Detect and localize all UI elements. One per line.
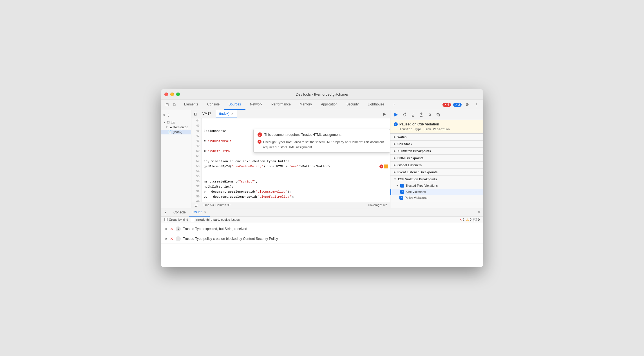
step-over-button[interactable] [401, 111, 408, 118]
issue-item-1[interactable]: ▶ ✕ Trusted Type policy creation blocked… [161, 234, 483, 244]
tree-item-tt-enforced[interactable]: ▼ ☁ tt-enforced [161, 125, 191, 130]
settings-icon[interactable]: ⚙ [464, 101, 471, 108]
minimize-button[interactable] [170, 93, 174, 96]
bottom-badges: ✕ 2 ⚠ 0 💬 0 [459, 218, 480, 222]
arrow-icon: ▶ [394, 143, 396, 145]
deactivate-breakpoints-button[interactable] [435, 111, 442, 118]
errors-badge[interactable]: ✕ 6 [442, 103, 451, 107]
group-by-kind-label[interactable]: Group by kind [164, 218, 188, 221]
section-csp-header[interactable]: ▼ CSP Violation Breakpoints [390, 176, 483, 182]
bottom-tab-issues[interactable]: Issues ✕ [189, 208, 210, 217]
code-line-53: getElementById('divCustomPolicy').innerH… [204, 164, 388, 169]
cloud-icon: ☁ [169, 125, 172, 129]
issues-list: ▶ ✕ 1 Trusted Type expected, but String … [161, 223, 483, 267]
section-xhr-header[interactable]: ▶ XHR/fetch Breakpoints [390, 148, 483, 154]
issue-error-icon: ✕ [170, 227, 173, 231]
tab-security[interactable]: Security [342, 100, 363, 110]
tooltip-error-icon: ✕ [258, 140, 261, 144]
tab-more[interactable]: » [389, 100, 400, 110]
issue-label-1: Trusted Type policy creation blocked by … [183, 237, 278, 241]
tree-arrow-icon: ▼ [163, 121, 166, 124]
code-line-55 [204, 174, 388, 179]
section-global: ▶ Global Listeners [390, 162, 483, 169]
section-dom-header[interactable]: ▶ DOM Breakpoints [390, 155, 483, 161]
tab-performance[interactable]: Performance [267, 100, 295, 110]
debugger-sections[interactable]: ▶ Watch ▶ Call Stack ▶ XHR/fetch Breakpo… [390, 134, 483, 208]
section-watch-header[interactable]: ▶ Watch [390, 134, 483, 140]
step-button[interactable] [426, 111, 433, 118]
arrow-icon: ▶ [394, 164, 396, 166]
more-options-icon[interactable]: ⋮ [473, 101, 480, 108]
section-csp: ▼ CSP Violation Breakpoints ▼ ✓ Trusted … [390, 176, 483, 201]
issue-count-badge: 1 [176, 226, 181, 231]
tab-application[interactable]: Application [316, 100, 342, 110]
status-bar: {} Line 53, Column 93 Coverage: n/a [191, 202, 390, 208]
code-line-57: ndChild(script); [204, 184, 388, 189]
sidebar-menu-icon[interactable]: ⋮ [167, 113, 170, 117]
format-source-icon[interactable]: ▶ [381, 111, 388, 117]
source-tabs: ◧ VM17 (index) ✕ ▶ [191, 110, 390, 118]
code-line-54 [204, 169, 388, 174]
close-panel-button[interactable]: ✕ [477, 210, 481, 215]
source-tab-vm17[interactable]: VM17 [199, 110, 214, 118]
section-global-header[interactable]: ▶ Global Listeners [390, 162, 483, 168]
tab-elements[interactable]: Elements [180, 100, 203, 110]
tooltip-error: ✕ Uncaught TypeError: Failed to set the … [258, 139, 386, 150]
devtools-tabbar-right: ✕ 6 ✕ 2 ⚙ ⋮ [439, 100, 483, 110]
section-event-listener-header[interactable]: ▶ Event Listener Breakpoints [390, 169, 483, 175]
info-icon: i [394, 122, 398, 126]
csp-trusted-type-header[interactable]: ▼ ✓ Trusted Type Violations [390, 182, 483, 189]
bottom-tab-right: ✕ [477, 210, 481, 215]
include-third-party-label[interactable]: Include third-party cookie issues [191, 218, 240, 221]
svg-marker-0 [395, 113, 398, 116]
csp-trusted-type-subsection: ▼ ✓ Trusted Type Violations ✓ Sink Viola… [390, 182, 483, 201]
include-third-party-checkbox[interactable] [191, 218, 194, 221]
step-into-button[interactable] [410, 111, 416, 118]
section-watch: ▶ Watch [390, 134, 483, 141]
close-issues-tab-icon[interactable]: ✕ [204, 211, 206, 214]
bottom-tab-menu-icon[interactable]: ⋮ [163, 210, 168, 215]
resume-button[interactable] [393, 111, 399, 118]
tab-lighthouse[interactable]: Lighthouse [363, 100, 389, 110]
tab-memory[interactable]: Memory [295, 100, 316, 110]
code-line-44 [204, 118, 388, 123]
errors-count: ✕ 2 [459, 218, 464, 222]
policy-violations-item[interactable]: ✓ Policy Violations [390, 195, 483, 201]
tab-console[interactable]: Console [203, 100, 224, 110]
window-title: DevTools - tt-enforced.glitch.me/ [296, 92, 348, 96]
code-line-56: ment.createElement("script"); [204, 179, 388, 184]
issue-item-0[interactable]: ▶ ✕ 1 Trusted Type expected, but String … [161, 224, 483, 234]
device-icon[interactable]: ⧉ [172, 102, 177, 107]
warnings-badge[interactable]: ✕ 2 [453, 103, 462, 107]
close-tab-icon[interactable]: ✕ [231, 112, 233, 115]
sink-violations-item[interactable]: ✓ Sink Violations [390, 189, 483, 195]
maximize-button[interactable] [176, 93, 180, 96]
devtools-tabbar: ⊡ ⧉ Elements Console Sources Network Per… [161, 100, 483, 110]
sidebar-more-icon[interactable]: » [163, 113, 165, 117]
tree-item-index[interactable]: 📄 (index) [161, 130, 191, 134]
tree-item-top[interactable]: ▼ ☐ top [161, 120, 191, 125]
code-line-58: y = document.getElementById("divCustomPo… [204, 189, 388, 194]
inspect-icon[interactable]: ⊡ [164, 102, 170, 107]
tab-sources[interactable]: Sources [224, 100, 245, 110]
close-button[interactable] [164, 93, 168, 96]
section-xhr: ▶ XHR/fetch Breakpoints [390, 148, 483, 155]
section-callstack-header[interactable]: ▶ Call Stack [390, 141, 483, 147]
paused-title: i Paused on CSP violation [394, 122, 480, 126]
group-by-kind-checkbox[interactable] [164, 218, 168, 221]
devtools-tabs: Elements Console Sources Network Perform… [180, 100, 439, 110]
code-area[interactable]: 2 This document requires 'TrustedHTML' a… [191, 118, 390, 202]
format-button[interactable]: {} [194, 203, 198, 207]
source-sidebar-icon[interactable]: ◧ [193, 112, 198, 116]
error-tooltip: 2 This document requires 'TrustedHTML' a… [253, 129, 390, 153]
code-line-60 [204, 199, 388, 202]
arrow-icon: ▼ [394, 178, 396, 181]
sink-violations-checkbox[interactable]: ✓ [400, 190, 404, 194]
source-tab-right: ▶ [381, 111, 390, 117]
tab-network[interactable]: Network [245, 100, 267, 110]
policy-violations-checkbox[interactable]: ✓ [399, 196, 403, 200]
source-tab-index[interactable]: (index) ✕ [216, 110, 237, 118]
step-out-button[interactable] [418, 111, 425, 118]
bottom-tab-console[interactable]: Console [170, 208, 189, 217]
trusted-type-checkbox[interactable]: ✓ [400, 184, 404, 188]
